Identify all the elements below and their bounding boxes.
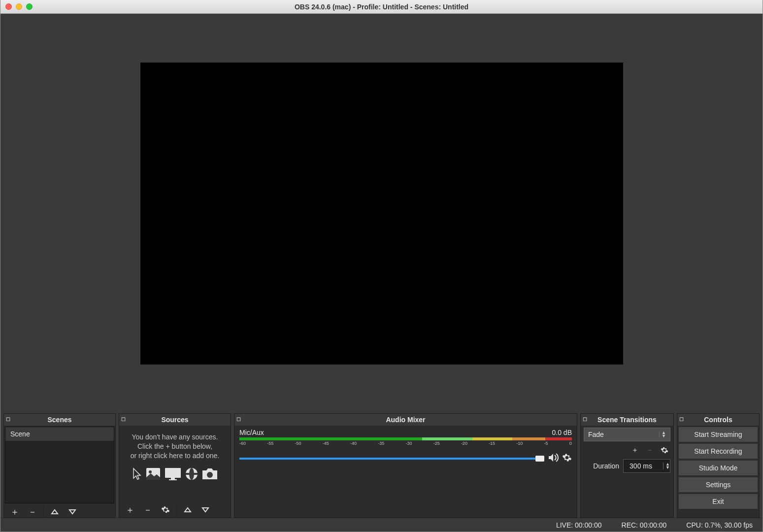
svg-rect-2 [165,468,181,478]
start-streaming-button[interactable]: Start Streaming [679,427,758,442]
preview-area [0,14,763,413]
camera-icon [202,467,218,482]
duration-label: Duration [593,462,619,470]
add-transition-button[interactable]: ＋ [629,444,641,456]
detach-icon[interactable]: ◻ [6,416,10,422]
detach-icon[interactable]: ◻ [583,416,587,422]
transition-select[interactable]: Fade ▲▼ [584,428,670,441]
volume-slider[interactable] [239,458,544,460]
studio-mode-button[interactable]: Studio Mode [679,461,758,475]
scenes-title: Scenes [47,416,71,424]
source-properties-button[interactable] [157,503,174,517]
svg-rect-3 [171,478,175,479]
transitions-panel: ◻ Scene Transitions Fade ▲▼ ＋ － Duration [580,413,674,518]
sources-title: Sources [161,416,188,424]
image-icon [146,467,161,482]
mixer-title: Audio Mixer [386,416,425,424]
remove-source-button[interactable]: － [139,503,157,517]
sources-empty-line: or right click here to add one. [131,451,220,461]
transition-properties-button[interactable] [659,444,670,456]
detach-icon[interactable]: ◻ [236,416,241,422]
svg-point-8 [207,472,213,478]
move-source-up-button[interactable] [179,503,197,517]
move-source-down-button[interactable] [197,503,214,517]
speaker-icon[interactable] [548,453,559,464]
settings-button[interactable]: Settings [679,477,758,492]
titlebar: OBS 24.0.6 (mac) - Profile: Untitled - S… [0,0,763,14]
window-title: OBS 24.0.6 (mac) - Profile: Untitled - S… [295,3,468,11]
zoom-icon[interactable] [26,3,33,10]
display-icon [165,467,181,482]
status-live: LIVE: 00:00:00 [556,521,602,529]
status-cpu: CPU: 0.7%, 30.00 fps [686,521,753,529]
preview-canvas[interactable] [140,63,623,365]
audio-mixer-panel: ◻ Audio Mixer Mic/Aux 0.0 dB -60-55-50-4… [234,413,577,518]
controls-title: Controls [704,416,732,424]
globe-icon [185,467,198,482]
detach-icon[interactable]: ◻ [679,416,684,422]
detach-icon[interactable]: ◻ [121,416,126,422]
scenes-panel: ◻ Scenes Scene ＋ － [3,413,116,518]
sources-panel: ◻ Sources You don't have any sources. Cl… [119,413,231,518]
gear-icon[interactable] [562,453,572,464]
sources-empty-line: Click the + button below, [137,442,212,451]
exit-button[interactable]: Exit [679,494,758,509]
audio-meter-ticks: -60-55-50-45-40-35-30-25-20-15-10-50 [239,441,572,448]
status-bar: LIVE: 00:00:00 REC: 00:00:00 CPU: 0.7%, … [0,518,763,532]
move-scene-up-button[interactable] [46,505,64,517]
scene-item[interactable]: Scene [5,427,114,441]
remove-transition-button: － [644,444,656,456]
move-scene-down-button[interactable] [64,505,81,517]
add-scene-button[interactable]: ＋ [6,505,24,517]
duration-input[interactable] [629,462,660,470]
mixer-channel-name: Mic/Aux [239,429,264,436]
minimize-icon[interactable] [16,3,22,10]
chevron-updown-icon: ▲▼ [659,431,666,438]
status-rec: REC: 00:00:00 [622,521,667,529]
transition-selected: Fade [588,431,604,438]
close-icon[interactable] [5,3,12,10]
mixer-channel-level: 0.0 dB [552,429,572,436]
controls-panel: ◻ Controls Start Streaming Start Recordi… [677,413,760,518]
add-source-button[interactable]: ＋ [121,503,139,517]
scene-list[interactable]: Scene [5,427,114,503]
audio-meter [239,437,572,440]
sources-empty[interactable]: You don't have any sources. Click the + … [119,426,231,502]
svg-rect-7 [186,473,198,475]
svg-rect-4 [169,479,177,480]
remove-scene-button[interactable]: － [24,505,41,517]
sources-empty-line: You don't have any sources. [132,432,218,442]
transitions-title: Scene Transitions [597,416,657,424]
svg-point-1 [149,470,152,473]
cursor-icon [132,467,142,482]
start-recording-button[interactable]: Start Recording [679,444,758,459]
duration-stepper[interactable]: ▲▼ [663,463,670,469]
